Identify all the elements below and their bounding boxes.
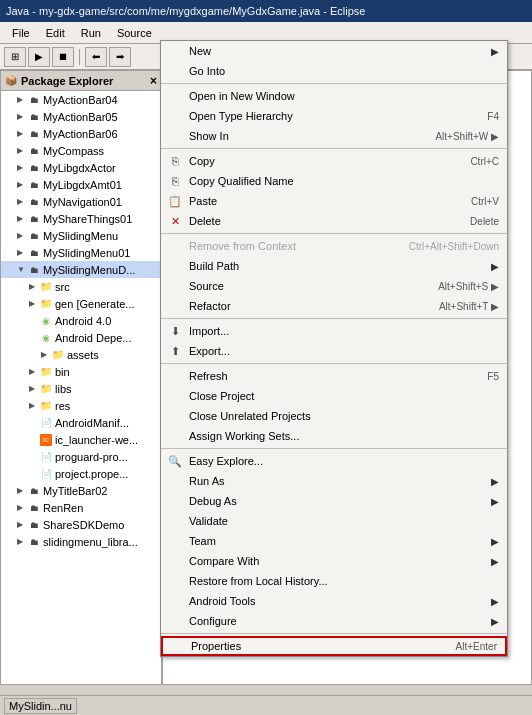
cm-item-source[interactable]: Source Alt+Shift+S ▶ — [161, 276, 507, 296]
cm-item-close-project[interactable]: Close Project — [161, 386, 507, 406]
tree-label: slidingmenu_libra... — [43, 536, 138, 548]
tree-item-actionbar06[interactable]: ▶ 🖿 MyActionBar06 — [1, 125, 161, 142]
cm-item-assign-working-sets[interactable]: Assign Working Sets... — [161, 426, 507, 446]
cm-label: Debug As — [189, 495, 237, 507]
file-icon: 📄 — [40, 451, 52, 463]
cm-item-properties[interactable]: Properties Alt+Enter — [161, 636, 507, 656]
cm-arrow-team: ▶ — [491, 536, 499, 547]
toolbar-btn-1[interactable]: ⊞ — [4, 47, 26, 67]
tree-item-gen[interactable]: ▶ 📁 gen [Generate... — [1, 295, 161, 312]
expand-arrow: ▶ — [17, 231, 25, 240]
cm-label: Delete — [189, 215, 221, 227]
cm-label: Show In — [189, 130, 229, 142]
cm-item-refactor[interactable]: Refactor Alt+Shift+T ▶ — [161, 296, 507, 316]
cm-item-debug-as[interactable]: Debug As ▶ — [161, 491, 507, 511]
cm-item-validate[interactable]: Validate — [161, 511, 507, 531]
tree-item-actionbar05[interactable]: ▶ 🖿 MyActionBar05 — [1, 108, 161, 125]
toolbar-btn-3[interactable]: ⏹ — [52, 47, 74, 67]
menu-run[interactable]: Run — [73, 25, 109, 41]
cm-item-close-unrelated[interactable]: Close Unrelated Projects — [161, 406, 507, 426]
status-label: MySlidin...nu — [9, 700, 72, 712]
cm-item-run-as[interactable]: Run As ▶ — [161, 471, 507, 491]
tree-item-res[interactable]: ▶ 📁 res — [1, 397, 161, 414]
menu-edit[interactable]: Edit — [38, 25, 73, 41]
tree-item-androidmanif[interactable]: 📄 AndroidManif... — [1, 414, 161, 431]
tree-item-projectprop[interactable]: 📄 project.prope... — [1, 465, 161, 482]
cm-item-show-in[interactable]: Show In Alt+Shift+W ▶ — [161, 126, 507, 146]
cm-item-open-new-window[interactable]: Open in New Window — [161, 86, 507, 106]
tree-item-libs[interactable]: ▶ 📁 libs — [1, 380, 161, 397]
delete-icon: ✕ — [167, 213, 183, 229]
tree-item-actionbar04[interactable]: ▶ 🖿 MyActionBar04 — [1, 91, 161, 108]
package-explorer-title: Package Explorer — [21, 75, 113, 87]
tree-item-renren[interactable]: ▶ 🖿 RenRen — [1, 499, 161, 516]
cm-item-gointo[interactable]: Go Into — [161, 61, 507, 81]
toolbar-sep-1 — [79, 49, 80, 65]
panel-content: ▶ 🖿 MyActionBar04 ▶ 🖿 MyActionBar05 ▶ 🖿 … — [1, 91, 161, 684]
tree-item-slidingmenu-lib[interactable]: ▶ 🖿 slidingmenu_libra... — [1, 533, 161, 550]
folder-icon: 📁 — [52, 349, 64, 361]
cm-item-refresh[interactable]: Refresh F5 — [161, 366, 507, 386]
expand-arrow: ▶ — [29, 384, 37, 393]
project-icon: 🖿 — [28, 264, 40, 276]
menu-source[interactable]: Source — [109, 25, 160, 41]
toolbar-btn-5[interactable]: ➡ — [109, 47, 131, 67]
cm-item-restore-local[interactable]: Restore from Local History... — [161, 571, 507, 591]
tree-item-slidingmenu[interactable]: ▶ 🖿 MySlidingMenu — [1, 227, 161, 244]
tree-item-libgdxactor[interactable]: ▶ 🖿 MyLibgdxActor — [1, 159, 161, 176]
tree-label: MySlidingMenuD... — [43, 264, 135, 276]
expand-arrow: ▶ — [17, 129, 25, 138]
cm-item-copy[interactable]: ⎘ Copy Ctrl+C — [161, 151, 507, 171]
cm-item-configure[interactable]: Configure ▶ — [161, 611, 507, 631]
export-icon: ⬆ — [167, 343, 183, 359]
tree-label: Android Depe... — [55, 332, 131, 344]
cm-item-build-path[interactable]: Build Path ▶ — [161, 256, 507, 276]
cm-item-team[interactable]: Team ▶ — [161, 531, 507, 551]
folder-icon: 📁 — [40, 383, 52, 395]
cm-item-android-tools[interactable]: Android Tools ▶ — [161, 591, 507, 611]
tree-item-compass[interactable]: ▶ 🖿 MyCompass — [1, 142, 161, 159]
panel-close-icon[interactable]: × — [150, 74, 157, 88]
cm-item-import[interactable]: ⬇ Import... — [161, 321, 507, 341]
cm-arrow-android: ▶ — [491, 596, 499, 607]
cm-item-delete[interactable]: ✕ Delete Delete — [161, 211, 507, 231]
file-icon: 📄 — [40, 468, 52, 480]
tree-item-sharesdkdemo[interactable]: ▶ 🖿 ShareSDKDemo — [1, 516, 161, 533]
cm-label: Build Path — [189, 260, 239, 272]
toolbar-btn-2[interactable]: ▶ — [28, 47, 50, 67]
tree-item-bin[interactable]: ▶ 📁 bin — [1, 363, 161, 380]
cm-shortcut: Alt+Shift+W ▶ — [415, 131, 499, 142]
cm-sep-5 — [161, 363, 507, 364]
tree-item-iclauncher[interactable]: ic ic_launcher-we... — [1, 431, 161, 448]
project-icon: 🖿 — [28, 230, 40, 242]
tree-label: MySlidingMenu01 — [43, 247, 130, 259]
title-bar-text: Java - my-gdx-game/src/com/me/mygdxgame/… — [6, 5, 365, 17]
tree-item-android40[interactable]: ◉ Android 4.0 — [1, 312, 161, 329]
cm-item-export[interactable]: ⬆ Export... — [161, 341, 507, 361]
tree-item-assets[interactable]: ▶ 📁 assets — [1, 346, 161, 363]
tree-item-androiddepe[interactable]: ◉ Android Depe... — [1, 329, 161, 346]
tree-item-proguard[interactable]: 📄 proguard-pro... — [1, 448, 161, 465]
cm-arrow-compare: ▶ — [491, 556, 499, 567]
tree-item-sharethings01[interactable]: ▶ 🖿 MyShareThings01 — [1, 210, 161, 227]
cm-label: Paste — [189, 195, 217, 207]
cm-item-new[interactable]: New ▶ — [161, 41, 507, 61]
cm-item-compare-with[interactable]: Compare With ▶ — [161, 551, 507, 571]
cm-item-open-type-hierarchy[interactable]: Open Type Hierarchy F4 — [161, 106, 507, 126]
tree-item-libgdxamt01[interactable]: ▶ 🖿 MyLibgdxAmt01 — [1, 176, 161, 193]
tree-item-slidingmenu01[interactable]: ▶ 🖿 MySlidingMenu01 — [1, 244, 161, 261]
cm-item-easy-explore[interactable]: 🔍 Easy Explore... — [161, 451, 507, 471]
menu-file[interactable]: File — [4, 25, 38, 41]
cm-shortcut: Ctrl+V — [451, 196, 499, 207]
cm-shortcut: Alt+Enter — [436, 641, 497, 652]
tree-item-navigation01[interactable]: ▶ 🖿 MyNavigation01 — [1, 193, 161, 210]
tree-item-slidingmenud-selected[interactable]: ▼ 🖿 MySlidingMenuD... — [1, 261, 161, 278]
tree-label: Android 4.0 — [55, 315, 111, 327]
android-icon: ◉ — [40, 315, 52, 327]
tree-item-titlebar02[interactable]: ▶ 🖿 MyTitleBar02 — [1, 482, 161, 499]
cm-item-copy-qualified[interactable]: ⎘ Copy Qualified Name — [161, 171, 507, 191]
import-icon: ⬇ — [167, 323, 183, 339]
cm-item-paste[interactable]: 📋 Paste Ctrl+V — [161, 191, 507, 211]
toolbar-btn-4[interactable]: ⬅ — [85, 47, 107, 67]
tree-item-src[interactable]: ▶ 📁 src — [1, 278, 161, 295]
